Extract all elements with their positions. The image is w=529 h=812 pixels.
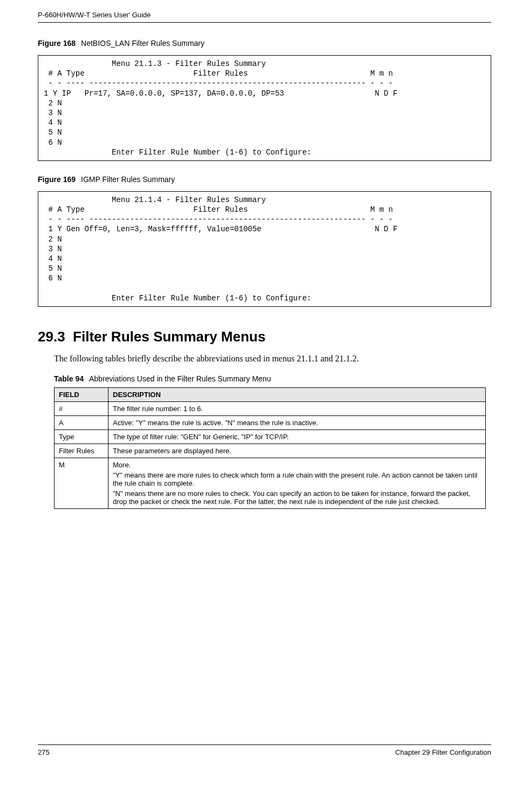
table-cell-desc: The filter rule number: 1 to 6.: [108, 401, 486, 415]
table-cell-field: Filter Rules: [55, 444, 108, 458]
table-row: # The filter rule number: 1 to 6.: [55, 401, 486, 415]
table-cell-desc: The type of filter rule: "GEN" for Gener…: [108, 430, 486, 444]
table-cell-desc-line: "N" means there are no more rules to che…: [113, 489, 481, 506]
table-row: M More. "Y" means there are more rules t…: [55, 458, 486, 508]
figure-168-terminal: Menu 21.1.3 - Filter Rules Summary # A T…: [38, 55, 491, 161]
figure-169-caption: Figure 169IGMP Filter Rules Summary: [38, 175, 491, 184]
table-header-field: FIELD: [55, 387, 108, 401]
table-row: A Active: "Y" means the rule is active. …: [55, 415, 486, 430]
footer-page-number: 275: [38, 748, 50, 756]
table-cell-desc-line: More.: [113, 461, 481, 469]
table-cell-field: M: [55, 458, 108, 508]
table-94-label: Table 94: [54, 374, 84, 383]
table-cell-field: A: [55, 415, 108, 430]
table-cell-desc: More. "Y" means there are more rules to …: [108, 458, 486, 508]
doc-header-title: P-660H/HW/W-T Series User' Guide: [38, 11, 491, 19]
table-cell-desc: Active: "Y" means the rule is active. "N…: [108, 415, 486, 430]
table-cell-field: Type: [55, 430, 108, 444]
footer-chapter: Chapter 29 Filter Configuration: [395, 748, 491, 756]
table-94-caption: Table 94Abbreviations Used in the Filter…: [54, 374, 491, 383]
table-row: Filter Rules These parameters are displa…: [55, 444, 486, 458]
table-94-title: Abbreviations Used in the Filter Rules S…: [89, 374, 271, 383]
section-title: Filter Rules Summary Menus: [73, 328, 266, 345]
figure-169-label: Figure 169: [38, 175, 76, 184]
table-94: FIELD DESCRIPTION # The filter rule numb…: [54, 387, 486, 509]
figure-169-title: IGMP Filter Rules Summary: [81, 175, 175, 184]
section-intro: The following tables briefly describe th…: [54, 354, 491, 364]
table-header-description: DESCRIPTION: [108, 387, 486, 401]
figure-168-title: NetBIOS_LAN Filter Rules Summary: [81, 39, 205, 48]
table-row: Type The type of filter rule: "GEN" for …: [55, 430, 486, 444]
table-cell-field: #: [55, 401, 108, 415]
figure-168-label: Figure 168: [38, 39, 76, 48]
table-header-row: FIELD DESCRIPTION: [55, 387, 486, 401]
table-cell-desc-line: "Y" means there are more rules to check …: [113, 471, 481, 487]
footer: 275 Chapter 29 Filter Configuration: [38, 744, 491, 756]
header-divider: [38, 22, 491, 23]
section-number: 29.3: [38, 328, 65, 345]
figure-169-terminal: Menu 21.1.4 - Filter Rules Summary # A T…: [38, 191, 491, 307]
table-cell-desc: These parameters are displayed here.: [108, 444, 486, 458]
figure-168-caption: Figure 168NetBIOS_LAN Filter Rules Summa…: [38, 39, 491, 48]
section-heading: 29.3 Filter Rules Summary Menus: [38, 328, 491, 345]
